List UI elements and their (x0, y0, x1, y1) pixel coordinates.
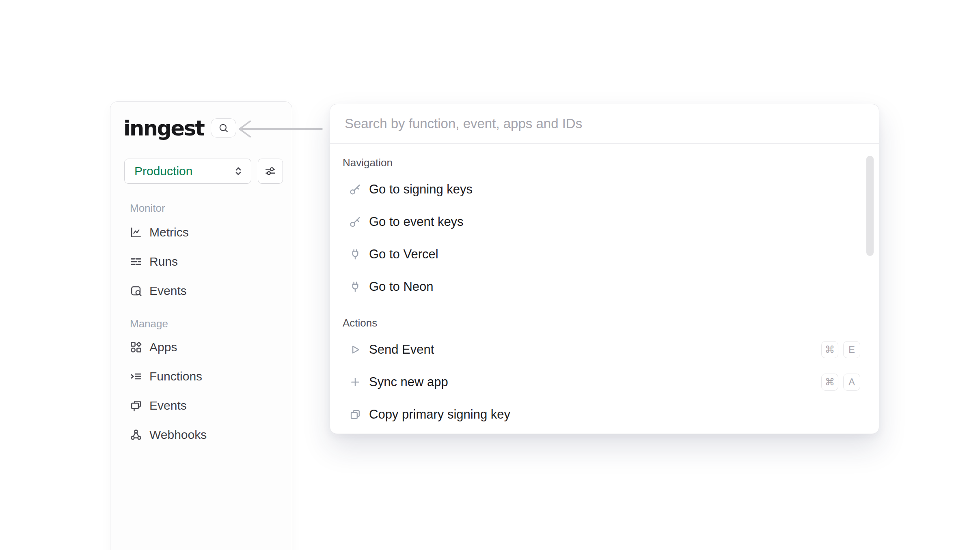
command-item-label: Sync new app (369, 375, 448, 389)
sidebar-item-apps[interactable]: Apps (130, 333, 282, 362)
chart-line-icon (130, 226, 142, 239)
key-e: E (843, 341, 860, 358)
command-item-send-event[interactable]: Send Event ⌘ E (330, 333, 879, 366)
sidebar-section-monitor: Monitor (130, 202, 282, 215)
palette-search-row (330, 104, 879, 144)
command-item-copy-primary-signing-key[interactable]: Copy primary signing key (330, 398, 879, 431)
search-icon (218, 122, 229, 133)
inngest-logo: inngest (123, 117, 204, 139)
plug-icon (349, 248, 361, 260)
annotation-arrow-to-search (236, 119, 324, 139)
cmd-key: ⌘ (821, 374, 838, 391)
sidebar-item-events-monitor[interactable]: Events (130, 276, 282, 305)
command-item-go-to-vercel[interactable]: Go to Vercel (330, 238, 879, 271)
command-item-go-to-neon[interactable]: Go to Neon (330, 271, 879, 303)
sidebar-item-label: Events (149, 284, 187, 298)
functions-icon (130, 370, 142, 383)
sidebar-item-events-manage[interactable]: Events (130, 391, 282, 420)
copy-icon (349, 408, 361, 421)
environment-selector[interactable]: Production (124, 159, 251, 184)
events-copy-icon (130, 399, 142, 412)
chevron-up-down-icon (232, 165, 244, 177)
sidebar-item-metrics[interactable]: Metrics (130, 218, 282, 247)
shortcut-keys: ⌘ E (821, 341, 860, 358)
environment-row: Production (124, 159, 283, 184)
sidebar-item-label: Events (149, 399, 187, 412)
sidebar-item-webhooks[interactable]: Webhooks (130, 420, 282, 449)
command-palette: Navigation Go to signing keys Go to even… (330, 104, 879, 434)
command-item-label: Send Event (369, 342, 434, 357)
sidebar-header: inngest (123, 117, 236, 139)
sidebar-item-label: Webhooks (149, 428, 207, 442)
app-root: inngest Production (0, 0, 980, 550)
key-icon (349, 183, 361, 196)
environment-selector-value: Production (134, 164, 232, 178)
sidebar-search-button[interactable] (211, 118, 236, 138)
shortcut-keys: ⌘ A (821, 374, 860, 391)
sidebar: inngest Production (110, 101, 292, 550)
cmd-key: ⌘ (821, 341, 838, 358)
sidebar-item-label: Runs (149, 255, 178, 269)
sidebar-item-label: Functions (149, 370, 202, 383)
key-a: A (843, 374, 860, 391)
command-item-label: Copy primary signing key (369, 407, 510, 422)
command-item-label: Go to event keys (369, 215, 464, 229)
command-item-label: Go to signing keys (369, 182, 473, 197)
webhooks-icon (130, 428, 142, 441)
palette-scrollbar-thumb[interactable] (866, 156, 874, 256)
sidebar-section-manage: Manage (130, 317, 282, 330)
sidebar-item-label: Apps (149, 340, 177, 354)
plug-icon (349, 281, 361, 293)
sidebar-item-label: Metrics (149, 226, 189, 239)
command-item-label: Go to Neon (369, 279, 434, 294)
event-search-icon (130, 284, 142, 297)
palette-search-input[interactable] (344, 116, 863, 132)
plus-icon (349, 376, 361, 388)
environment-filter-button[interactable] (258, 159, 283, 184)
palette-section-actions: Actions (343, 316, 864, 329)
palette-section-navigation: Navigation (343, 156, 864, 169)
sidebar-item-functions[interactable]: Functions (130, 362, 282, 391)
sidebar-nav: Monitor Metrics Runs (130, 202, 282, 449)
play-icon (349, 344, 361, 356)
sidebar-item-runs[interactable]: Runs (130, 247, 282, 276)
apps-shapes-icon (130, 341, 142, 354)
command-item-label: Go to Vercel (369, 247, 438, 262)
sliders-icon (264, 165, 277, 178)
command-item-go-to-signing-keys[interactable]: Go to signing keys (330, 173, 879, 206)
command-item-sync-new-app[interactable]: Sync new app ⌘ A (330, 366, 879, 398)
key-icon (349, 216, 361, 228)
runs-list-icon (130, 255, 142, 268)
command-item-go-to-event-keys[interactable]: Go to event keys (330, 206, 879, 238)
